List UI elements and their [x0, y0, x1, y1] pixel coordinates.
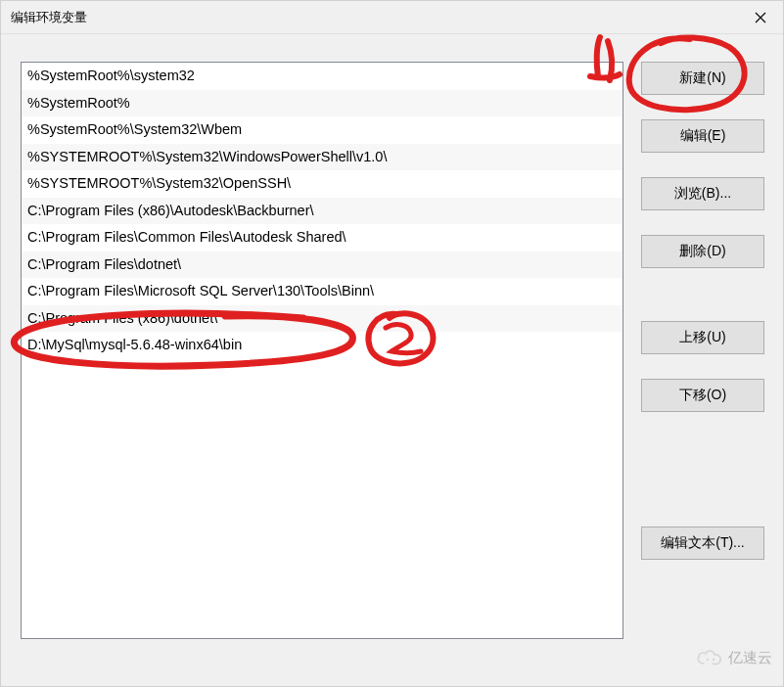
list-item[interactable]: C:\Program Files\dotnet\ [22, 252, 623, 279]
list-item[interactable]: C:\Program Files\Common Files\Autodesk S… [22, 224, 623, 252]
titlebar: 编辑环境变量 [1, 1, 783, 34]
list-item[interactable]: %SystemRoot% [22, 90, 623, 117]
move-down-button[interactable]: 下移(O) [641, 379, 764, 412]
dialog-content: %SystemRoot%\system32 %SystemRoot% %Syst… [1, 34, 783, 686]
move-up-button[interactable]: 上移(U) [641, 321, 764, 354]
edit-button[interactable]: 编辑(E) [641, 119, 764, 153]
edit-text-button[interactable]: 编辑文本(T)... [641, 527, 764, 560]
button-column: 新建(N) 编辑(E) 浏览(B)... 删除(D) 上移(U) 下移(O) 编… [641, 62, 773, 676]
window-title: 编辑环境变量 [11, 9, 87, 26]
env-var-dialog: 编辑环境变量 %SystemRoot%\system32 %SystemRoot… [0, 0, 784, 687]
list-item[interactable]: %SystemRoot%\system32 [22, 63, 623, 90]
list-item[interactable]: %SYSTEMROOT%\System32\WindowsPowerShell\… [22, 144, 623, 171]
delete-button[interactable]: 删除(D) [641, 235, 764, 268]
list-item[interactable]: %SYSTEMROOT%\System32\OpenSSH\ [22, 170, 623, 198]
list-item[interactable]: %SystemRoot%\System32\Wbem [22, 116, 623, 144]
list-item[interactable]: D:\MySql\mysql-5.6.48-winx64\bin [22, 332, 623, 359]
list-item[interactable]: C:\Program Files (x86)\dotnet\ [22, 305, 623, 333]
list-item[interactable]: C:\Program Files (x86)\Autodesk\Backburn… [22, 198, 623, 225]
browse-button[interactable]: 浏览(B)... [641, 177, 764, 210]
path-listbox[interactable]: %SystemRoot%\system32 %SystemRoot% %Syst… [21, 62, 623, 639]
close-button[interactable] [738, 1, 783, 34]
close-icon [755, 12, 766, 23]
list-item[interactable]: C:\Program Files\Microsoft SQL Server\13… [22, 278, 623, 305]
new-button[interactable]: 新建(N) [641, 62, 764, 95]
